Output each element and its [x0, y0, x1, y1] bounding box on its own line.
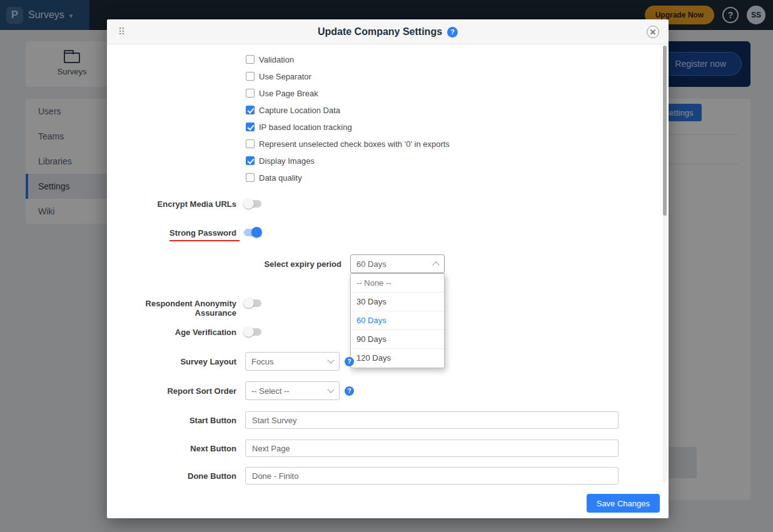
- help-icon[interactable]: ?: [345, 386, 354, 396]
- dropdown-option-30-days[interactable]: 30 Days: [351, 293, 444, 311]
- toggle-knob: [243, 298, 254, 308]
- next-button-input[interactable]: [245, 439, 619, 457]
- checkbox[interactable]: [246, 139, 255, 148]
- close-icon[interactable]: [647, 26, 659, 38]
- checkbox-label: Data quality: [259, 173, 302, 183]
- modal-title: Update Company Settings: [318, 26, 442, 38]
- strong-password-toggle[interactable]: [244, 228, 263, 237]
- checkbox[interactable]: [246, 156, 255, 165]
- done-button-input[interactable]: [245, 467, 619, 484]
- toggle-knob: [251, 227, 262, 238]
- expiry-period-dropdown: -- None -- 30 Days 60 Days 90 Days 120 D…: [350, 273, 445, 368]
- dropdown-option-60-days[interactable]: 60 Days: [351, 311, 444, 330]
- help-icon[interactable]: ?: [345, 357, 354, 366]
- next-button-label: Next Button: [107, 444, 236, 453]
- chevron-down-icon: [327, 356, 334, 363]
- modal-title-wrap: Update Company Settings ?: [107, 19, 669, 44]
- expiry-period-select[interactable]: 60 Days: [350, 254, 445, 273]
- checkbox-row-validation[interactable]: Validation: [246, 51, 294, 68]
- start-button-label: Start Button: [107, 416, 236, 425]
- toggle-knob: [243, 326, 254, 337]
- toggle-knob: [243, 198, 254, 209]
- checkbox-label: Capture Location Data: [259, 106, 340, 115]
- checkbox-row-use-page-break[interactable]: Use Page Break: [246, 85, 318, 101]
- modal-footer: Save Changes: [107, 488, 669, 518]
- expiry-period-value: 60 Days: [356, 259, 433, 269]
- checkbox-label: Use Page Break: [259, 89, 318, 98]
- checkbox-row-use-separator[interactable]: Use Separator: [246, 68, 311, 84]
- survey-layout-value: Focus: [251, 357, 328, 366]
- encrypt-media-urls-label: Encrypt Media URLs: [107, 199, 236, 209]
- dropdown-option-90-days[interactable]: 90 Days: [351, 330, 444, 349]
- select-expiry-period-label: Select expiry period: [107, 259, 341, 269]
- respondent-anonymity-toggle[interactable]: [244, 299, 263, 308]
- checkbox-label: Display Images: [259, 156, 315, 166]
- checkbox[interactable]: [246, 72, 255, 81]
- help-icon[interactable]: ?: [447, 27, 458, 38]
- report-sort-order-select[interactable]: -- Select --: [245, 381, 340, 400]
- dropdown-option-none[interactable]: -- None --: [351, 274, 444, 293]
- modal-header: ⠿ Update Company Settings ?: [107, 19, 669, 44]
- respondent-anonymity-label: Respondent Anonymity Assurance: [107, 299, 236, 318]
- checkbox-row-data-quality[interactable]: Data quality: [246, 169, 302, 186]
- start-button-input[interactable]: [245, 411, 619, 429]
- chevron-up-icon: [432, 261, 439, 268]
- checkbox-row-ip-location-tracking[interactable]: IP based location tracking: [246, 119, 352, 135]
- done-button-label: Done Button: [107, 471, 236, 481]
- checkbox[interactable]: [246, 123, 255, 131]
- checkbox[interactable]: [246, 173, 255, 182]
- strong-password-label-text: Strong Password: [169, 228, 240, 241]
- checkbox-label: Represent unselected check boxes with '0…: [259, 139, 450, 149]
- checkbox-row-display-images[interactable]: Display Images: [246, 153, 315, 169]
- checkbox-row-capture-location-data[interactable]: Capture Location Data: [246, 102, 340, 118]
- strong-password-label: Strong Password: [107, 228, 236, 241]
- report-sort-order-label: Report Sort Order: [107, 386, 236, 396]
- age-verification-toggle[interactable]: [244, 328, 263, 336]
- checkbox-label: Use Separator: [259, 72, 311, 81]
- dropdown-option-120-days[interactable]: 120 Days: [351, 349, 444, 368]
- report-sort-order-value: -- Select --: [251, 386, 328, 396]
- chevron-down-icon: [327, 386, 334, 393]
- checkbox-label: IP based location tracking: [259, 123, 352, 132]
- checkbox-label: Validation: [259, 55, 294, 64]
- checkbox[interactable]: [246, 55, 255, 64]
- save-changes-button[interactable]: Save Changes: [587, 494, 660, 513]
- survey-layout-select[interactable]: Focus: [245, 352, 340, 371]
- checkbox[interactable]: [246, 89, 255, 98]
- update-company-settings-modal: ⠿ Update Company Settings ? Validation U…: [107, 19, 669, 518]
- encrypt-media-urls-toggle[interactable]: [244, 199, 263, 208]
- checkbox-row-unselected-zero-exports[interactable]: Represent unselected check boxes with '0…: [246, 136, 450, 152]
- survey-layout-label: Survey Layout: [107, 357, 236, 366]
- modal-scrollbar-thumb[interactable]: [663, 46, 667, 216]
- age-verification-label: Age Verification: [107, 328, 236, 337]
- checkbox[interactable]: [246, 106, 255, 114]
